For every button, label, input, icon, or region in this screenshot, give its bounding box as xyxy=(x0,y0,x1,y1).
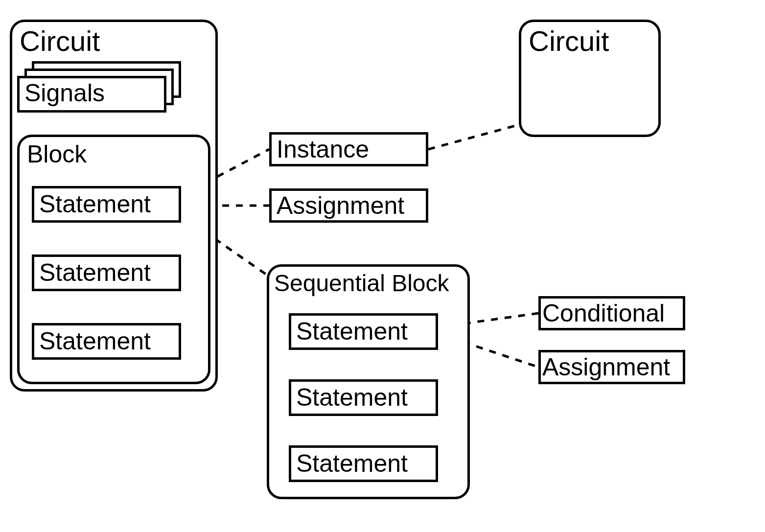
circuit-right-title: Circuit xyxy=(529,27,609,55)
circuit-left-title: Circuit xyxy=(20,27,100,55)
seq-block-title: Sequential Block xyxy=(274,272,449,295)
seq-stmt-2-label: Statement xyxy=(296,385,408,410)
block-stmt-2-label: Statement xyxy=(39,260,151,285)
assignment-right-label: Assignment xyxy=(542,355,670,379)
block-stmt-3-label: Statement xyxy=(39,329,151,353)
seq-stmt-3-label: Statement xyxy=(296,451,408,476)
block-stmt-1-label: Statement xyxy=(39,192,151,216)
svg-line-3 xyxy=(428,125,519,149)
block-title: Block xyxy=(27,142,87,166)
seq-stmt-1-label: Statement xyxy=(296,319,408,344)
diagram-canvas: Circuit Signals Block Statement Statemen… xyxy=(0,0,765,532)
instance-label: Instance xyxy=(277,137,369,162)
conditional-label: Conditional xyxy=(542,301,665,325)
signals-label: Signals xyxy=(24,81,105,105)
assignment-top-label: Assignment xyxy=(277,193,404,218)
